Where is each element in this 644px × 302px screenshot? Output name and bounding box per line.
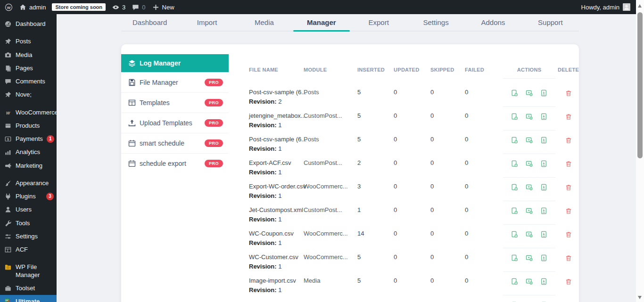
sidebar-item-analytics[interactable]: Analytics — [0, 146, 57, 159]
download-file-icon[interactable] — [540, 183, 548, 191]
tab-dashboard[interactable]: Dashboard — [121, 14, 178, 31]
sidebar-item-plugins[interactable]: Plugins3 — [0, 190, 57, 203]
download-file-icon[interactable] — [540, 136, 548, 144]
sidebar-item-wp-file-manager[interactable]: WP File Manager — [0, 261, 57, 282]
delete-icon[interactable] — [565, 137, 572, 144]
delete-icon[interactable] — [565, 207, 572, 215]
error-report-icon[interactable] — [525, 230, 533, 238]
delete-icon[interactable] — [565, 231, 572, 238]
account-menu[interactable]: Howdy, admin — [581, 3, 636, 11]
sidebar-item-posts[interactable]: Posts — [0, 35, 57, 48]
delete-icon[interactable] — [565, 254, 572, 262]
delete-icon[interactable] — [565, 184, 572, 191]
wordpress-logo-icon[interactable]: W — [5, 3, 13, 11]
sidebar-item-media[interactable]: Media — [0, 49, 57, 62]
sidebar-item-products[interactable]: Products — [0, 119, 57, 132]
error-report-icon[interactable] — [525, 89, 533, 97]
pro-badge[interactable]: PRO — [205, 139, 223, 147]
error-report-icon[interactable] — [525, 183, 533, 191]
download-file-icon[interactable] — [540, 278, 548, 286]
tab-media[interactable]: Media — [236, 14, 293, 31]
view-log-icon[interactable] — [511, 113, 519, 121]
plus-icon — [152, 3, 160, 11]
sidebar-item-payments[interactable]: $ Payments1 — [0, 132, 57, 146]
delete-icon[interactable] — [565, 278, 572, 286]
download-file-icon[interactable] — [540, 207, 548, 215]
sidebar-item-users[interactable]: Users — [0, 203, 57, 216]
inserted-cell: 14 — [357, 230, 394, 253]
view-log-icon[interactable] — [511, 183, 519, 191]
tab-settings[interactable]: Settings — [407, 14, 464, 31]
pro-badge[interactable]: PRO — [205, 79, 223, 86]
failed-cell: 0 — [465, 230, 503, 253]
error-report-icon[interactable] — [525, 136, 533, 144]
dashboard-icon — [4, 20, 12, 28]
download-file-icon[interactable] — [540, 254, 548, 262]
scrollbar-up-arrow-icon[interactable] — [638, 4, 642, 8]
panel-item-file-manager[interactable]: File ManagerPRO — [121, 72, 229, 92]
avatar-person-icon — [623, 3, 630, 11]
download-file-icon[interactable] — [540, 230, 548, 238]
table-row: WC-Customer.csvRevision: 1 WooCommerc...… — [249, 253, 579, 277]
tab-manager[interactable]: Manager — [293, 14, 350, 31]
sidebar-item-appearance[interactable]: Appearance — [0, 177, 57, 190]
tab-import[interactable]: Import — [178, 14, 235, 31]
sidebar-item-pages[interactable]: Pages — [0, 62, 57, 75]
sidebar-item-label: Products — [16, 122, 54, 130]
sidebar-item-comments[interactable]: Comments — [0, 75, 57, 88]
sidebar-item-woocommerce[interactable]: w WooCommerce — [0, 106, 57, 119]
row-actions — [503, 183, 555, 201]
column-header-file-name: FILE NAME — [249, 67, 304, 79]
error-report-icon[interactable] — [525, 278, 533, 286]
view-log-icon[interactable] — [511, 207, 519, 215]
sidebar-item-tools[interactable]: Tools — [0, 217, 57, 230]
pro-badge[interactable]: PRO — [205, 119, 223, 127]
avatar — [623, 3, 630, 11]
panel-item-upload-templates[interactable]: Upload TemplatesPRO — [121, 113, 229, 133]
download-file-icon[interactable] — [540, 113, 548, 121]
download-file-icon[interactable] — [540, 160, 548, 168]
view-log-icon[interactable] — [511, 230, 519, 238]
sidebar-item-marketing[interactable]: Marketing — [0, 159, 57, 172]
panel-item-schedule-export[interactable]: schedule exportPRO — [121, 153, 229, 173]
sidebar-item-settings[interactable]: Settings — [0, 230, 57, 243]
comments-counter[interactable]: 0 — [132, 3, 145, 11]
new-menu[interactable]: New — [152, 3, 174, 11]
scrollbar-down-arrow-icon[interactable] — [638, 296, 642, 299]
upload-icon — [128, 119, 136, 127]
view-log-icon[interactable] — [511, 160, 519, 168]
sidebar-item-dashboard[interactable]: Dashboard — [0, 17, 57, 31]
delete-icon[interactable] — [565, 90, 572, 97]
tab-support[interactable]: Support — [522, 14, 579, 31]
panel-item-smart-schedule[interactable]: smart schedulePRO — [121, 133, 229, 153]
view-log-icon[interactable] — [511, 136, 519, 144]
tab-addons[interactable]: Addons — [464, 14, 521, 31]
view-log-icon[interactable] — [511, 254, 519, 262]
tab-export[interactable]: Export — [350, 14, 407, 31]
scrollbar-thumb[interactable] — [637, 12, 643, 158]
error-report-icon[interactable] — [525, 207, 533, 215]
view-counter[interactable]: 3 — [112, 3, 125, 11]
view-log-icon[interactable] — [511, 278, 519, 286]
coming-soon-badge[interactable]: Store coming soon — [52, 3, 106, 11]
page-scrollbar[interactable] — [636, 0, 644, 302]
sidebar-item-label: WP File Manager — [16, 263, 54, 279]
sidebar-item-toolset[interactable]: Toolset — [0, 282, 57, 295]
delete-icon[interactable] — [565, 160, 572, 168]
log-manager-card: Log Manager File ManagerPRO TemplatesPRO… — [121, 44, 579, 302]
delete-icon[interactable] — [565, 113, 572, 121]
site-menu[interactable]: admin — [19, 3, 46, 11]
module-cell: Media — [304, 277, 357, 301]
sidebar-item-ultimate-csv-importer-free[interactable]: CSV Ultimate CSV Importer Free — [0, 295, 57, 302]
panel-item-log-manager[interactable]: Log Manager — [121, 54, 229, 72]
download-file-icon[interactable] — [540, 89, 548, 97]
panel-item-templates[interactable]: TemplatesPRO — [121, 92, 229, 113]
view-log-icon[interactable] — [511, 89, 519, 97]
error-report-icon[interactable] — [525, 254, 533, 262]
error-report-icon[interactable] — [525, 113, 533, 121]
error-report-icon[interactable] — [525, 160, 533, 168]
pro-badge[interactable]: PRO — [205, 160, 223, 167]
pro-badge[interactable]: PRO — [205, 99, 223, 106]
sidebar-item-acf[interactable]: ACF — [0, 243, 57, 256]
sidebar-item-nove[interactable]: Nove; — [0, 88, 57, 101]
